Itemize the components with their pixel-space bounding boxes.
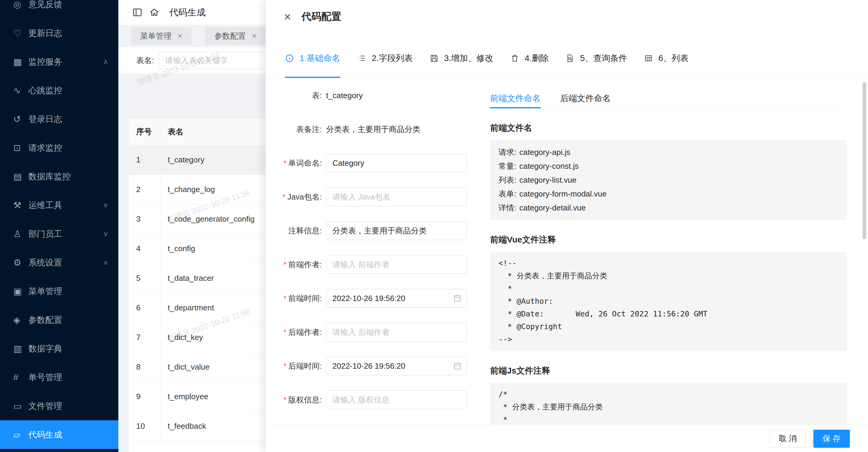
- sidebar-group-monitor-service[interactable]: ▦ 监控服务 ∧: [0, 48, 118, 76]
- row-index: 3: [129, 204, 160, 234]
- file-line-label: 请求:: [498, 148, 516, 157]
- step-tab-delete[interactable]: 4.删除: [510, 39, 549, 78]
- sidebar-item-serial-number[interactable]: # 单号管理: [0, 363, 118, 392]
- frontend-vue-comment-box: <!-- * 分类表，主要用于商品分类 * * @Author: * @Date…: [490, 251, 847, 351]
- file-line-list: 列表:category-list.vue: [498, 173, 838, 187]
- info-circle-icon: [285, 53, 295, 63]
- sidebar-item-label: 部门员工: [28, 228, 62, 240]
- close-tab-icon[interactable]: ×: [178, 31, 182, 41]
- cancel-button[interactable]: 取 消: [770, 430, 806, 448]
- sidebar-item-heartbeat-monitor[interactable]: ∿ 心跳监控: [0, 76, 118, 105]
- page-tab-menu-management[interactable]: 菜单管理 ×: [131, 27, 191, 45]
- file-line-label: 详情:: [498, 203, 516, 212]
- heartbeat-icon: ∿: [13, 85, 27, 96]
- file-line-form: 表单:category-form-modal.vue: [498, 187, 838, 201]
- copyright-input[interactable]: [326, 390, 467, 409]
- word-naming-input[interactable]: [326, 154, 467, 172]
- sidebar-item-data-dictionary[interactable]: ▥ 数据字典: [0, 334, 118, 363]
- step-tab-add-edit[interactable]: 3.增加、修改: [430, 39, 493, 78]
- form-row-java-package: Java包名:: [266, 187, 477, 206]
- table-remark-label: 表备注:: [266, 124, 322, 135]
- backend-author-label: 后端作者:: [266, 327, 322, 337]
- step-tab-list[interactable]: 6、列表: [644, 39, 689, 78]
- row-index: 7: [129, 323, 160, 352]
- sidebar-collapse-icon[interactable]: [129, 4, 146, 21]
- form-row-frontend-time: 前端时间:: [266, 289, 477, 308]
- calendar-icon[interactable]: [453, 361, 462, 370]
- column-header-index: 序号: [129, 119, 160, 145]
- form-row-comment-info: 注释信息:: [266, 221, 477, 240]
- sidebar-item-label: 文件管理: [28, 400, 62, 412]
- file-line-value: category-list.vue: [519, 175, 576, 184]
- sidebar: ◎ 意见反馈 ♡ 更新日志 ▦ 监控服务 ∧ ∿ 心跳监控 ↺ 登录日志 ⊡ 请…: [0, 0, 118, 452]
- page-tab-label: 菜单管理: [140, 31, 172, 41]
- row-index: 6: [129, 293, 160, 323]
- trash-icon: [510, 53, 521, 63]
- frontend-author-label: 前端作者:: [266, 259, 322, 270]
- sidebar-group-system-settings[interactable]: ⚙ 系统设置 ∧: [0, 248, 118, 277]
- step-tab-basic-naming[interactable]: 1.基础命名: [285, 39, 340, 78]
- table-name-label: 表名:: [136, 55, 154, 66]
- calendar-icon[interactable]: [453, 294, 462, 303]
- sidebar-item-param-config[interactable]: ◈ 参数配置: [0, 306, 118, 334]
- backend-author-input[interactable]: [326, 323, 467, 341]
- frontend-js-comment-heading: 前端Js文件注释: [490, 365, 847, 376]
- file-line-request: 请求:category-api.js: [498, 145, 838, 159]
- frontend-js-comment-box: /* * 分类表，主要用于商品分类 * * @Author:: [490, 383, 847, 424]
- sidebar-item-login-log[interactable]: ↺ 登录日志: [0, 105, 118, 133]
- sidebar-menu: ◎ 意见反馈 ♡ 更新日志 ▦ 监控服务 ∧ ∿ 心跳监控 ↺ 登录日志 ⊡ 请…: [0, 0, 118, 449]
- page-tab-param-config[interactable]: 参数配置 ×: [205, 27, 266, 45]
- chevron-down-icon: ∨: [103, 201, 108, 209]
- file-management-icon: ▭: [13, 401, 27, 411]
- serial-number-icon: #: [13, 372, 27, 383]
- menu-management-icon: ▣: [13, 286, 27, 297]
- file-line-value: category-const.js: [519, 161, 579, 171]
- close-tab-icon[interactable]: ×: [252, 31, 257, 41]
- sidebar-item-database-monitor[interactable]: ▤ 数据库监控: [0, 162, 118, 191]
- chevron-down-icon: ∨: [103, 230, 108, 238]
- page-title: 代码生成: [169, 6, 206, 19]
- close-drawer-icon[interactable]: ×: [284, 10, 291, 23]
- step-tab-query-conditions[interactable]: 5、查询条件: [565, 39, 627, 78]
- form-row-frontend-author: 前端作者:: [266, 255, 477, 274]
- file-line-value: category-api.js: [519, 148, 570, 157]
- form-row-backend-time: 后端时间:: [266, 357, 477, 375]
- sidebar-group-department-employee[interactable]: ♙ 部门员工 ∨: [0, 219, 118, 248]
- step-tab-label: 2.字段列表: [372, 53, 412, 64]
- backend-time-input[interactable]: [326, 357, 467, 375]
- step-tab-field-list[interactable]: 2.字段列表: [357, 39, 412, 78]
- sidebar-item-menu-management[interactable]: ▣ 菜单管理: [0, 277, 118, 306]
- frontend-file-names-box: 请求:category-api.js 常量:category-const.js …: [490, 140, 847, 220]
- database-monitor-icon: ▤: [13, 171, 27, 182]
- step-tab-label: 6、列表: [658, 53, 689, 64]
- file-line-const: 常量:category-const.js: [498, 159, 838, 173]
- sidebar-item-changelog[interactable]: ♡ 更新日志: [0, 19, 118, 48]
- file-line-label: 表单:: [498, 189, 516, 199]
- home-icon[interactable]: [146, 4, 163, 21]
- drawer-body: 表: t_category 表备注: 分类表，主要用于商品分类 单词命名: Ja…: [266, 78, 868, 424]
- sidebar-item-label: 意见反馈: [28, 0, 62, 10]
- sidebar-item-file-management[interactable]: ▭ 文件管理: [0, 392, 118, 420]
- sidebar-item-feedback[interactable]: ◎ 意见反馈: [0, 0, 118, 19]
- system-settings-icon: ⚙: [13, 257, 27, 268]
- save-button[interactable]: 保 存: [813, 430, 850, 448]
- frontend-time-input[interactable]: [326, 289, 467, 308]
- search-doc-icon: [565, 53, 576, 63]
- drawer-scrollbar[interactable]: [863, 82, 866, 239]
- copyright-label: 版权信息:: [266, 395, 322, 405]
- frontend-author-input[interactable]: [326, 255, 467, 274]
- sidebar-item-label: 菜单管理: [28, 285, 62, 297]
- java-package-input[interactable]: [326, 187, 467, 206]
- sidebar-group-ops-tools[interactable]: ⚒ 运维工具 ∨: [0, 191, 118, 219]
- sidebar-item-request-monitor[interactable]: ⊡ 请求监控: [0, 133, 118, 162]
- tab-backend-file-naming[interactable]: 后端文件命名: [560, 88, 611, 108]
- monitor-service-icon: ▦: [13, 57, 27, 67]
- sidebar-item-code-generation[interactable]: ▱ 代码生成: [0, 420, 118, 449]
- comment-info-label: 注释信息:: [266, 225, 322, 236]
- sidebar-item-label: 数据字典: [28, 343, 62, 355]
- drawer-title: 代码配置: [302, 10, 341, 24]
- tab-frontend-file-naming[interactable]: 前端文件命名: [490, 88, 541, 108]
- preview-tabs: 前端文件命名 后端文件命名: [490, 88, 847, 109]
- comment-info-input[interactable]: [326, 221, 467, 240]
- form-row-copyright: 版权信息:: [266, 390, 477, 409]
